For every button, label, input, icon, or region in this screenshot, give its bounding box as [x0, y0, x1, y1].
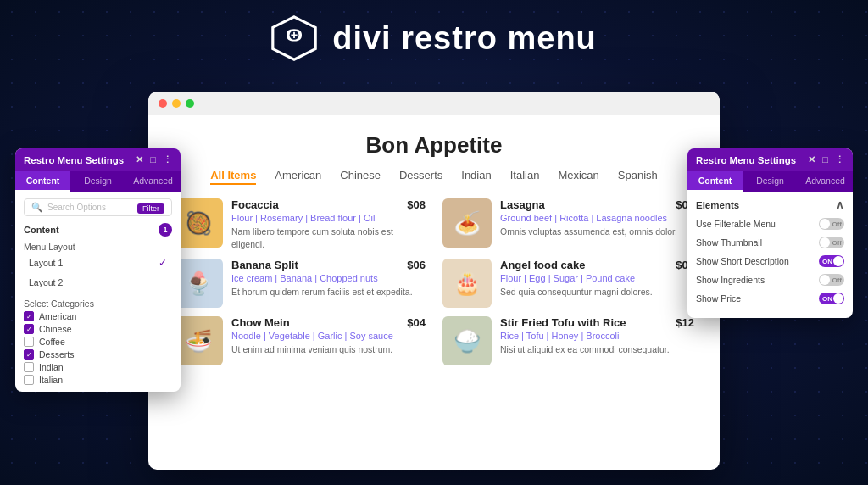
browser-bar — [148, 92, 720, 115]
browser-dot-yellow — [172, 99, 181, 108]
category-american[interactable]: ✓ American — [24, 311, 172, 321]
right-panel-header: Restro Menu Settings ✕ □ ⋮ — [687, 148, 853, 171]
elements-collapse-icon[interactable]: ∧ — [836, 198, 844, 211]
menu-item-ingredients-lasagna: Ground beef | Ricotta | Lasagna noodles — [500, 213, 694, 223]
menu-item-desc-banana-split: Et horum quidem rerum facilis est et exp… — [231, 286, 426, 298]
menu-item-focaccia: 🥘 Focaccia $08 Flour | Rosemary | Bread … — [174, 198, 426, 250]
left-panel-tabs: Content Design Advanced — [15, 171, 181, 192]
menu-item-img-focaccia: 🥘 — [174, 198, 223, 248]
search-placeholder: Search Options — [47, 203, 106, 212]
right-panel-title: Restro Menu Settings — [696, 155, 796, 165]
toggle-thumbnail[interactable]: Off — [819, 237, 844, 248]
left-tab-design[interactable]: Design — [70, 171, 125, 192]
tab-mexican[interactable]: Mexican — [558, 169, 598, 185]
right-tab-design[interactable]: Design — [743, 171, 798, 192]
layout-2-label: Layout 2 — [29, 277, 63, 287]
divi-logo-icon — [271, 15, 317, 61]
tab-spanish[interactable]: Spanish — [618, 169, 658, 185]
menu-item-ingredients-focaccia: Flour | Rosemary | Bread flour | Oil — [231, 213, 426, 223]
menu-item-desc-stir-fried-tofu: Nisi ut aliquid ex ea commodi consequatu… — [500, 343, 694, 356]
search-bar[interactable]: 🔍 Search Options Filter — [24, 198, 172, 216]
category-label-coffee: Coffee — [39, 337, 65, 347]
menu-item-banana-split: 🍨 Banana Split $06 Ice cream | Banana | … — [174, 259, 426, 308]
menu-item-desc-chow-mein: Ut enim ad minima veniam quis nostrum. — [231, 343, 426, 356]
browser-window: Bon Appetite All Items American Chinese … — [148, 92, 720, 470]
tab-chinese[interactable]: Chinese — [340, 169, 381, 185]
right-settings-panel: Restro Menu Settings ✕ □ ⋮ Content Desig… — [687, 148, 853, 318]
left-panel-expand-icon[interactable]: □ — [150, 154, 156, 165]
toggle-filterable[interactable]: Off — [819, 218, 844, 230]
content-section-header: Content 1 — [24, 223, 172, 237]
content-section-label: Content — [24, 225, 59, 235]
toggle-label-ingredients: Show Ingredients — [696, 275, 765, 285]
tab-indian[interactable]: Indian — [461, 169, 491, 185]
category-desserts[interactable]: ✓ Desserts — [24, 349, 172, 360]
menu-item-price-focaccia: $08 — [407, 198, 426, 211]
left-panel-close-icon[interactable]: ✕ — [136, 154, 143, 165]
menu-item-ingredients-chow-mein: Noodle | Vegetable | Garlic | Soy sauce — [231, 331, 426, 341]
content-section-badge: 1 — [159, 223, 172, 237]
menu-item-desc-angel-food-cake: Sed quia consequuntur magni dolores. — [500, 286, 694, 298]
right-tab-advanced[interactable]: Advanced — [798, 171, 853, 192]
tab-desserts[interactable]: Desserts — [399, 169, 442, 185]
tab-all-items[interactable]: All Items — [210, 169, 256, 185]
category-coffee[interactable]: Coffee — [24, 337, 172, 347]
left-tab-content[interactable]: Content — [15, 171, 70, 192]
category-check-desserts: ✓ — [24, 349, 34, 360]
category-check-american: ✓ — [24, 311, 34, 321]
menu-item-img-angel-food-cake: 🎂 — [442, 259, 492, 308]
layout-option-1[interactable]: Layout 1 ✓ — [24, 254, 172, 271]
menu-item-desc-focaccia: Nam libero tempore cum soluta nobis est … — [231, 226, 426, 250]
menu-item-info-angel-food-cake: Angel food cake $04 Flour | Egg | Sugar … — [500, 259, 694, 298]
right-panel-menu-icon[interactable]: ⋮ — [835, 154, 844, 165]
menu-item-img-stir-fried-tofu: 🍚 — [442, 316, 492, 365]
menu-item-img-chow-mein: 🍜 — [174, 316, 223, 365]
menu-item-info-banana-split: Banana Split $06 Ice cream | Banana | Ch… — [231, 259, 426, 298]
toggle-label-filterable: Use Filterable Menu — [696, 219, 776, 229]
tab-american[interactable]: American — [275, 169, 321, 185]
select-categories-label: Select Categories — [24, 298, 172, 309]
toggle-row-filterable: Use Filterable Menu Off — [696, 218, 844, 230]
menu-item-name-banana-split: Banana Split — [231, 259, 298, 271]
left-panel-title: Restro Menu Settings — [24, 155, 124, 165]
toggle-row-price: Show Price ON — [696, 293, 844, 304]
menu-item-img-banana-split: 🍨 — [174, 259, 223, 308]
category-label-indian: Indian — [39, 362, 64, 372]
right-panel-expand-icon[interactable]: □ — [822, 154, 828, 165]
right-tab-content[interactable]: Content — [687, 171, 743, 192]
logo-text: divi restro menu — [332, 20, 597, 57]
left-panel-body: 🔍 Search Options Filter Content 1 Menu L… — [15, 192, 181, 392]
filter-button[interactable]: Filter — [137, 203, 164, 213]
layout-1-label: Layout 1 — [29, 258, 63, 268]
menu-item-ingredients-banana-split: Ice cream | Banana | Chopped nuts — [231, 273, 426, 283]
category-italian[interactable]: Italian — [24, 375, 172, 385]
category-chinese[interactable]: ✓ Chinese — [24, 324, 172, 334]
menu-item-name-stir-fried-tofu: Stir Fried Tofu with Rice — [500, 316, 626, 329]
category-check-chinese: ✓ — [24, 324, 34, 334]
menu-item-info-lasagna: Lasagna $05 Ground beef | Ricotta | Lasa… — [500, 198, 694, 238]
left-tab-advanced[interactable]: Advanced — [125, 171, 181, 192]
menu-item-ingredients-stir-fried-tofu: Rice | Tofu | Honey | Broccoli — [500, 331, 694, 341]
left-panel-menu-icon[interactable]: ⋮ — [163, 154, 172, 165]
menu-item-info-chow-mein: Chow Mein $04 Noodle | Vegetable | Garli… — [231, 316, 426, 356]
browser-dot-green — [186, 99, 194, 108]
filter-label[interactable]: Filter — [137, 203, 164, 214]
category-label-italian: Italian — [39, 375, 63, 385]
toggle-price[interactable]: ON — [819, 293, 844, 304]
left-settings-panel: Restro Menu Settings ✕ □ ⋮ Content Desig… — [15, 148, 181, 392]
toggle-row-ingredients: Show Ingredients Off — [696, 274, 844, 286]
tab-italian[interactable]: Italian — [510, 169, 540, 185]
right-panel-close-icon[interactable]: ✕ — [808, 154, 815, 165]
browser-content: Bon Appetite All Items American Chinese … — [148, 115, 720, 379]
category-indian[interactable]: Indian — [24, 362, 172, 372]
menu-item-price-banana-split: $06 — [407, 259, 426, 271]
menu-item-desc-lasagna: Omnis voluptas assumenda est, omnis dolo… — [500, 226, 694, 238]
menu-item-stir-fried-tofu: 🍚 Stir Fried Tofu with Rice $12 Rice | T… — [442, 316, 694, 365]
toggle-short-desc[interactable]: ON — [819, 255, 844, 267]
layout-option-2[interactable]: Layout 2 — [24, 275, 172, 290]
menu-item-chow-mein: 🍜 Chow Mein $04 Noodle | Vegetable | Gar… — [174, 316, 426, 365]
toggle-label-price: Show Price — [696, 293, 741, 304]
menu-layout-label: Menu Layout — [24, 242, 172, 252]
right-panel-tabs: Content Design Advanced — [687, 171, 853, 192]
toggle-ingredients[interactable]: Off — [819, 274, 844, 286]
